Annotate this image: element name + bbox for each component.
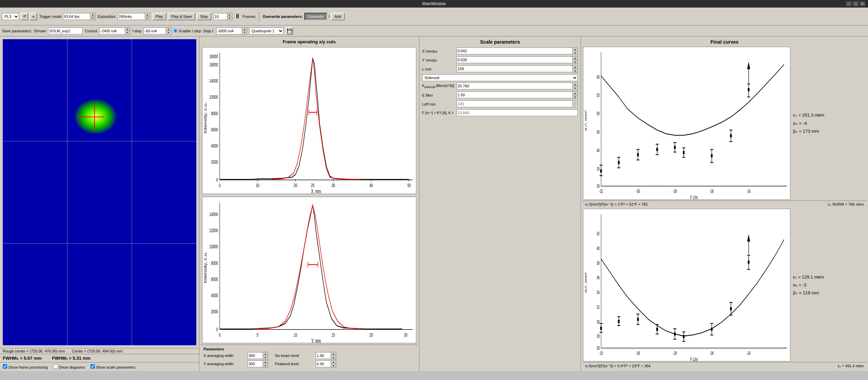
svg-text:-24: -24: [747, 350, 750, 356]
show-frame-label[interactable]: Show frame processing: [3, 364, 48, 369]
show-scale-label[interactable]: Show scale parameters: [90, 364, 135, 369]
current-input[interactable]: [99, 28, 125, 34]
l-mm-up[interactable]: ▲: [573, 66, 578, 69]
x-avg-input[interactable]: [248, 352, 263, 359]
svg-text:40: 40: [597, 246, 600, 251]
bottom-curve-svg: 26 28 30 32 34 36 38 40 42 -32 -30 -28 -…: [583, 209, 790, 361]
step-up[interactable]: ▲: [166, 28, 171, 31]
show-diagrams-checkbox[interactable]: [53, 364, 58, 369]
no-beam-input[interactable]: [316, 352, 331, 359]
show-diagrams-label[interactable]: Show diagrams: [53, 364, 85, 369]
l-mm-down[interactable]: ▼: [573, 69, 578, 73]
y-avg-down[interactable]: ▼: [263, 364, 268, 367]
svg-text:6000: 6000: [211, 276, 218, 282]
l-mm-input[interactable]: [457, 65, 573, 72]
dirnam-input[interactable]: [48, 28, 83, 34]
x-mm-px-up[interactable]: ▲: [573, 48, 578, 51]
frame-count-input[interactable]: [213, 13, 227, 20]
no-beam-down[interactable]: ▼: [331, 356, 336, 359]
magnet-type-select[interactable]: Solenoid Quadrupole: [422, 74, 578, 81]
peakend-spinner[interactable]: ▲ ▼: [316, 360, 336, 368]
e-mev-up[interactable]: ▲: [573, 92, 578, 95]
show-diagrams-text: Show diagrams: [59, 365, 85, 369]
play-save-button[interactable]: Play & Save: [168, 13, 195, 20]
fps-down[interactable]: ▼: [90, 17, 95, 20]
refresh-button[interactable]: ↺: [21, 13, 28, 20]
x-mm-px-input[interactable]: [457, 47, 573, 54]
current-up[interactable]: ▲: [125, 28, 130, 31]
no-beam-up[interactable]: ▲: [331, 352, 336, 356]
frame-count-spinner[interactable]: ▲ ▼: [213, 13, 232, 20]
svg-rect-142: [674, 332, 676, 335]
step-down[interactable]: ▼: [166, 31, 171, 34]
minimize-button[interactable]: ─: [846, 1, 851, 6]
save-icon-button[interactable]: 💾: [286, 27, 293, 35]
svg-text:50: 50: [597, 111, 600, 116]
k-solenoid-up[interactable]: ▲: [573, 83, 578, 86]
svg-text:F 1/m: F 1/m: [690, 356, 698, 361]
step-spinner[interactable]: ▲ ▼: [144, 27, 171, 35]
svg-rect-97: [730, 134, 732, 137]
svg-rect-93: [711, 154, 713, 157]
y-avg-spinner[interactable]: ▲ ▼: [248, 360, 268, 368]
enable-step-radio[interactable]: [173, 29, 178, 33]
center-text: Center = (720.00, 494.00) mm: [72, 349, 123, 353]
play-button[interactable]: Play: [152, 13, 166, 20]
exposition-input[interactable]: [118, 13, 145, 20]
current-spinner[interactable]: ▲ ▼: [99, 27, 130, 35]
show-frame-checkbox[interactable]: [3, 364, 7, 369]
stop-i-input[interactable]: [216, 28, 242, 34]
exposition-down[interactable]: ▼: [145, 17, 150, 20]
current-down[interactable]: ▼: [125, 31, 130, 34]
frame-count-up[interactable]: ▲: [227, 13, 232, 17]
peakend-down[interactable]: ▼: [331, 364, 336, 367]
l-eff-input: [457, 100, 573, 107]
step-input[interactable]: [144, 28, 166, 34]
maximize-button[interactable]: □: [853, 1, 858, 6]
k-solenoid-down[interactable]: ▼: [573, 86, 578, 90]
f-formula-row: F [m⁻¹] = K*I [A], K =: [422, 109, 578, 116]
y-mm-px-wrapper: ▲ ▼: [457, 56, 578, 64]
fps-up[interactable]: ▲: [90, 13, 95, 17]
overwrite-button[interactable]: Overwrite: [304, 13, 327, 20]
stop-i-down[interactable]: ▼: [242, 31, 247, 34]
exposition-spinner[interactable]: ▲ ▼: [118, 13, 150, 20]
k-solenoid-input[interactable]: [457, 83, 573, 89]
x-mm-px-down[interactable]: ▼: [573, 51, 578, 55]
x-avg-up[interactable]: ▲: [263, 352, 268, 356]
svg-text:30: 30: [597, 184, 600, 189]
pl3-select[interactable]: PL3: [2, 13, 19, 20]
svg-text:42: 42: [597, 231, 600, 236]
frame-count-down[interactable]: ▼: [227, 17, 232, 20]
e-mev-input[interactable]: [457, 91, 573, 98]
add-button[interactable]: Add: [331, 13, 345, 20]
show-scale-checkbox[interactable]: [90, 364, 95, 369]
x-avg-down[interactable]: ▼: [263, 356, 268, 359]
stop-i-up[interactable]: ▲: [242, 28, 247, 31]
connect-button[interactable]: ●: [30, 13, 37, 20]
e-mev-down[interactable]: ▼: [573, 95, 578, 99]
stop-i-spinner[interactable]: ▲ ▼: [216, 27, 247, 35]
window-controls: ─ □ ✕: [846, 1, 865, 6]
peakend-input[interactable]: [316, 360, 331, 367]
svg-text:45: 45: [597, 129, 600, 134]
no-beam-spinner[interactable]: ▲ ▼: [316, 352, 336, 359]
y-mm-px-input[interactable]: [457, 56, 573, 63]
scale-title: Scale parameters: [422, 39, 578, 45]
quadrupole-select[interactable]: Quadrupole 1: [249, 28, 284, 34]
bottom-formula-bar: σᵧ²[mm²](F[m⁻¹]) = 0.4*F² + 23*F + 364 ε…: [582, 362, 867, 370]
peakend-up[interactable]: ▲: [331, 360, 336, 364]
y-cut-plot: 0 2000 4000 6000 8000 10000 12000 14000 …: [202, 197, 416, 344]
fps-spinner[interactable]: ▲ ▼: [63, 13, 96, 20]
y-mm-px-down[interactable]: ▼: [573, 60, 578, 64]
y-avg-up[interactable]: ▲: [263, 360, 268, 364]
y-avg-input[interactable]: [248, 360, 263, 367]
fps-input[interactable]: [63, 13, 90, 20]
stop-button[interactable]: Stop: [197, 13, 211, 20]
x-avg-spinner[interactable]: ▲ ▼: [248, 352, 268, 359]
exposition-up[interactable]: ▲: [145, 13, 150, 17]
close-button[interactable]: ✕: [860, 1, 865, 6]
svg-rect-146: [683, 335, 684, 338]
svg-text:-28: -28: [673, 189, 677, 194]
y-mm-px-up[interactable]: ▲: [573, 57, 578, 60]
